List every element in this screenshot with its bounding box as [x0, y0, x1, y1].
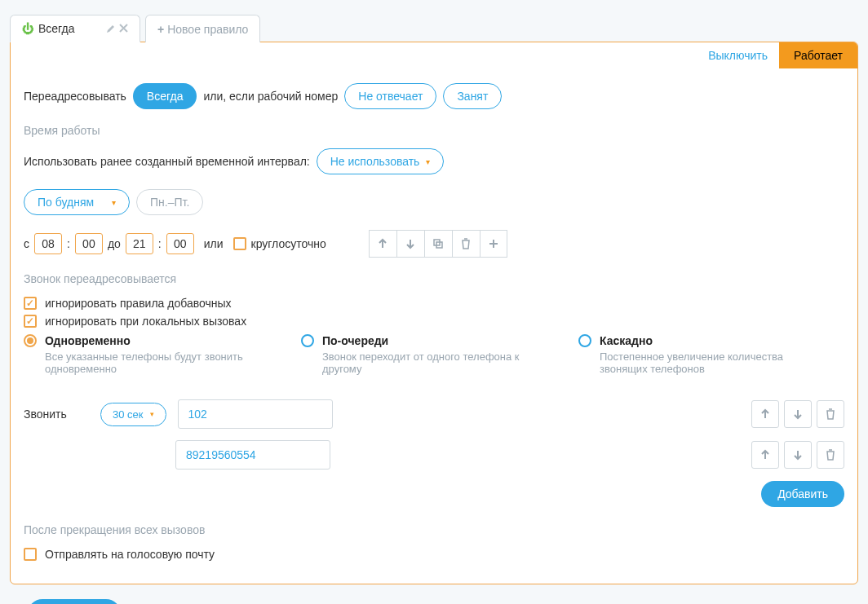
radio-simultaneous-title: Одновременно	[45, 334, 131, 347]
move-up-button[interactable]	[369, 230, 396, 258]
tab-always[interactable]: ⏻ Всегда	[10, 15, 140, 42]
min-from-input[interactable]	[75, 233, 103, 254]
add-number-button[interactable]: Добавить	[761, 481, 844, 507]
ignore-ext-label: игнорировать правила добавочных	[45, 297, 232, 310]
save-button[interactable]: Сохранить	[28, 599, 121, 604]
time-actions	[369, 230, 507, 258]
interval-dropdown-value: Не использовать	[330, 155, 420, 168]
radio-sequential-desc: Звонок переходит от одного телефона к др…	[322, 350, 546, 375]
radio-cascade[interactable]	[578, 334, 591, 347]
use-interval-label: Использовать ранее созданный временной и…	[24, 155, 310, 168]
radio-simultaneous-desc: Все указанные телефоны будут звонить одн…	[45, 350, 268, 375]
disable-link[interactable]: Выключить	[697, 42, 779, 68]
chevron-down-icon: ▾	[112, 198, 116, 207]
chevron-down-icon: ▾	[150, 410, 154, 418]
chevron-down-icon: ▾	[426, 157, 430, 166]
power-icon: ⏻	[22, 22, 33, 35]
row-down-button[interactable]	[784, 400, 812, 428]
tab-new-rule[interactable]: + Новое правило	[145, 15, 260, 42]
duration-value: 30 сек	[113, 408, 144, 421]
ignore-local-label: игнорировать при локальных вызовах	[45, 315, 246, 328]
row-delete-button[interactable]	[817, 400, 844, 428]
row-delete-button[interactable]	[817, 441, 844, 469]
phone-input-1[interactable]	[175, 440, 330, 470]
voicemail-checkbox[interactable]	[24, 548, 37, 561]
radio-sequential-title: По-очереди	[322, 334, 388, 347]
redirect-section-label: Звонок переадресовывается	[24, 272, 844, 285]
add-button[interactable]	[480, 230, 507, 258]
or-label: или	[204, 237, 224, 250]
interval-dropdown[interactable]: Не использовать ▾	[317, 148, 445, 174]
forward-noanswer-pill[interactable]: Не отвечает	[344, 83, 436, 109]
round-clock-label: круглосуточно	[251, 237, 326, 250]
forward-busy-pill[interactable]: Занят	[443, 83, 502, 109]
row-up-button[interactable]	[751, 441, 779, 469]
forward-always-pill[interactable]: Всегда	[133, 83, 197, 109]
pencil-icon[interactable]	[106, 24, 116, 33]
hour-from-input[interactable]	[34, 233, 62, 254]
call-label: Звонить	[24, 408, 89, 421]
weekdays-range: Пн.–Пт.	[136, 189, 203, 215]
round-clock-checkbox[interactable]	[233, 237, 246, 250]
to-label: до	[108, 237, 121, 250]
after-section-label: После прекращения всех вызовов	[24, 523, 844, 536]
rule-panel: Выключить Работает Переадресовывать Всег…	[10, 42, 858, 584]
row-down-button[interactable]	[784, 441, 812, 469]
forward-label: Переадресовывать	[24, 90, 126, 103]
copy-button[interactable]	[424, 230, 452, 258]
move-down-button[interactable]	[396, 230, 424, 258]
tab-always-label: Всегда	[38, 22, 75, 35]
worktime-section-label: Время работы	[24, 124, 844, 137]
radio-cascade-desc: Постепенное увеличение количества звонящ…	[600, 350, 823, 375]
weekdays-dropdown-value: По будням	[38, 196, 94, 209]
min-to-input[interactable]	[166, 233, 194, 254]
plus-icon: +	[157, 23, 164, 36]
voicemail-label: Отправлять на голосовую почту	[45, 548, 215, 561]
status-badge: Работает	[779, 42, 857, 68]
duration-dropdown[interactable]: 30 сек ▾	[100, 403, 166, 426]
ignore-local-checkbox[interactable]	[24, 315, 37, 328]
close-icon[interactable]	[119, 24, 128, 33]
phone-input-0[interactable]	[178, 399, 333, 429]
forward-or-label: или, если рабочий номер	[203, 90, 338, 103]
from-label: с	[24, 237, 29, 250]
radio-cascade-title: Каскадно	[600, 334, 653, 347]
hour-to-input[interactable]	[126, 233, 153, 254]
ignore-ext-checkbox[interactable]	[24, 297, 37, 310]
radio-simultaneous[interactable]	[24, 334, 37, 347]
tab-new-label: Новое правило	[167, 23, 248, 36]
weekdays-dropdown[interactable]: По будням ▾	[24, 189, 130, 215]
delete-button[interactable]	[452, 230, 480, 258]
radio-sequential[interactable]	[301, 334, 314, 347]
row-up-button[interactable]	[751, 400, 779, 428]
